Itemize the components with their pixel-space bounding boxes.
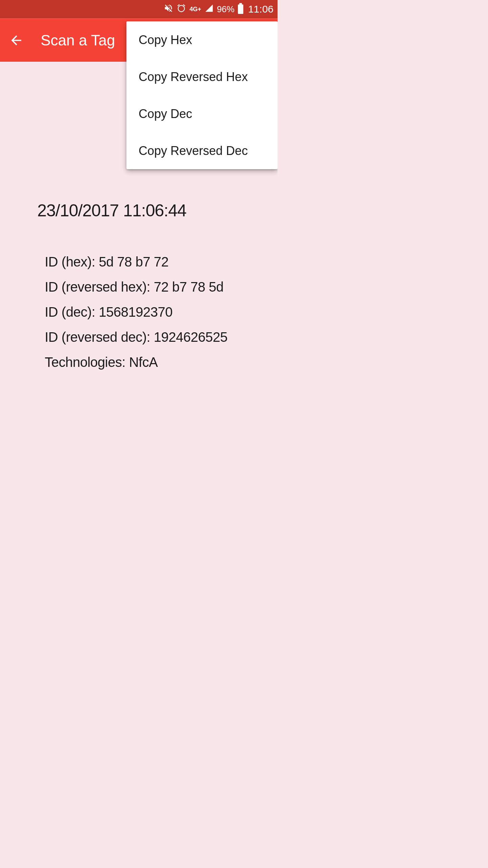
arrow-left-icon — [9, 33, 24, 48]
technologies-row: Technologies: NfcA — [45, 350, 268, 375]
vibrate-icon — [164, 3, 173, 15]
battery-percent: 96% — [217, 4, 235, 15]
back-button[interactable] — [8, 32, 24, 48]
signal-icon — [205, 4, 214, 15]
tag-info: ID (hex): 5d 78 b7 72 ID (reversed hex):… — [45, 249, 268, 375]
context-menu: Copy Hex Copy Reversed Hex Copy Dec Copy… — [126, 21, 278, 169]
status-icons: 4G+ 96% 11:06 — [164, 3, 273, 15]
id-dec-row: ID (dec): 1568192370 — [45, 299, 268, 324]
menu-item-copy-reversed-dec[interactable]: Copy Reversed Dec — [126, 132, 278, 169]
menu-item-copy-reversed-hex[interactable]: Copy Reversed Hex — [126, 58, 278, 95]
page-title: Scan a Tag — [41, 32, 115, 49]
network-type: 4G+ — [189, 6, 201, 13]
status-time: 11:06 — [248, 3, 273, 15]
status-bar: 4G+ 96% 11:06 — [0, 0, 278, 18]
id-reversed-hex-row: ID (reversed hex): 72 b7 78 5d — [45, 274, 268, 299]
id-hex-row: ID (hex): 5d 78 b7 72 — [45, 249, 268, 274]
alarm-icon — [177, 3, 186, 15]
scan-timestamp: 23/10/2017 11:06:44 — [37, 201, 268, 220]
menu-item-copy-dec[interactable]: Copy Dec — [126, 95, 278, 132]
menu-item-copy-hex[interactable]: Copy Hex — [126, 21, 278, 58]
battery-icon — [238, 4, 243, 14]
id-reversed-dec-row: ID (reversed dec): 1924626525 — [45, 324, 268, 350]
